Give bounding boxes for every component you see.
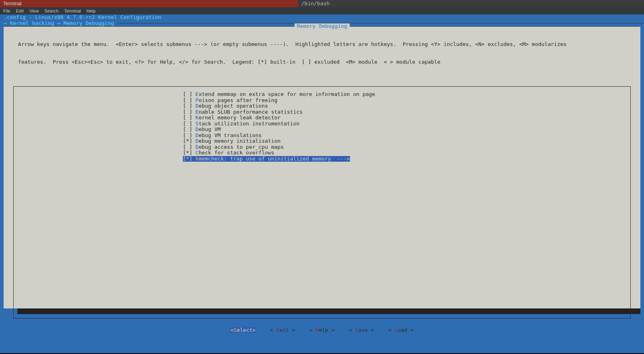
nav-button[interactable]: <Select> [230, 327, 257, 333]
option-row[interactable]: [*] kmemcheck: trap use of uninitialized… [183, 156, 350, 162]
option-row[interactable]: [ ] Debug VM [183, 127, 630, 133]
option-row[interactable]: [ ] Debug VM translations [183, 133, 630, 139]
menu-search[interactable]: Search [44, 8, 58, 14]
option-row[interactable]: [ ] Extend memmap on extra space for mor… [183, 92, 630, 98]
menubar: File Edit View Search Terminal Help [0, 7, 644, 15]
option-row[interactable]: [*] Check for stack overflows [183, 150, 630, 156]
option-row[interactable]: [ ] Debug object operations [183, 103, 630, 109]
options-list[interactable]: [ ] Extend memmap on extra space for mor… [13, 86, 631, 319]
nav-button[interactable]: < Help > [309, 327, 335, 333]
nav-button[interactable]: < Save > [348, 327, 375, 333]
menu-file[interactable]: File [3, 8, 10, 14]
window-title: Terminal [0, 0, 298, 7]
option-row[interactable]: [ ] Kernel memory leak detector [183, 115, 630, 121]
option-row[interactable]: [ ] Poison pages after freeing [183, 98, 630, 104]
bottom-buttons: <Select> < Exit > < Help > < Save > < Lo… [4, 327, 640, 333]
option-row[interactable]: [ ] Stack utilization instrumentation [183, 121, 630, 127]
help-text: Arrow keys navigate the menu. <Enter> se… [4, 27, 640, 77]
option-row[interactable]: [*] Debug memory initialisation [183, 138, 630, 144]
option-row[interactable]: [ ] Enable SLUB performance statistics [183, 109, 630, 115]
window-process: /bin/bash [298, 0, 333, 7]
menu-help[interactable]: Help [87, 8, 96, 14]
menuconfig-panel: Memory Debugging Arrow keys navigate the… [4, 26, 640, 308]
section-title: Memory Debugging [294, 23, 350, 29]
menu-view[interactable]: View [29, 8, 39, 14]
nav-button[interactable]: < Load > [387, 327, 414, 333]
terminal-body: .config - Linux/x86 4.7.0-rc2 Kernel Con… [0, 15, 644, 353]
menu-edit[interactable]: Edit [16, 8, 24, 14]
config-title: .config - Linux/x86 4.7.0-rc2 Kernel Con… [1, 15, 643, 21]
nav-button[interactable]: < Exit > [269, 327, 296, 333]
option-row[interactable]: [ ] Debug access to per_cpu maps [183, 144, 630, 150]
menu-terminal[interactable]: Terminal [64, 8, 81, 14]
window-titlebar: Terminal /bin/bash [0, 0, 644, 7]
